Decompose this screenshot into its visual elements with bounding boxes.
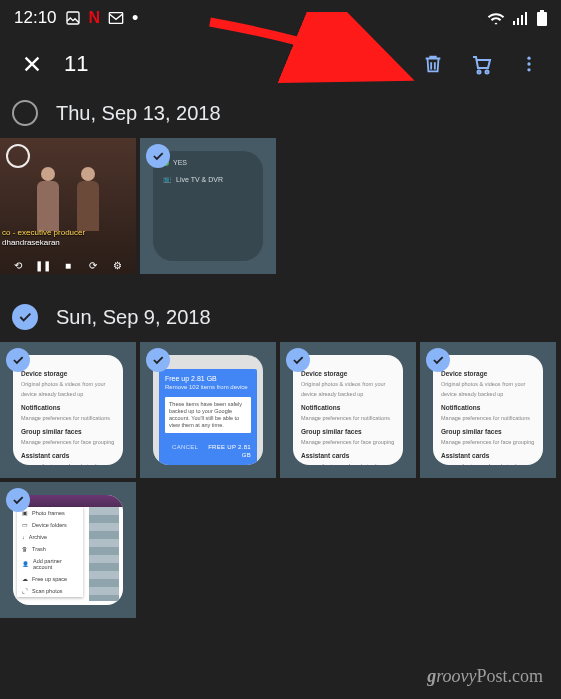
date-label-1: Thu, Sep 13, 2018 [56,102,221,125]
forward-icon: ⟳ [88,260,98,270]
battery-icon [537,10,547,26]
date-label-2: Sun, Sep 9, 2018 [56,306,211,329]
svg-rect-1 [109,13,122,24]
thumb-label: Live TV & DVR [176,176,223,183]
rewind-icon: ⟲ [13,260,23,270]
cart-button[interactable] [457,40,505,88]
netflix-icon: N [89,9,101,27]
image-icon [65,10,81,26]
grid-2: Device storageOriginal photos & videos f… [0,342,561,640]
thumb-check[interactable] [146,348,170,372]
svg-rect-2 [513,21,515,25]
thumb-check[interactable] [286,348,310,372]
svg-point-13 [527,57,530,60]
svg-point-9 [329,61,335,67]
more-dot-icon: • [132,8,138,29]
svg-rect-7 [537,12,547,26]
freeup-dialog: Free up 2.81 GB Remove 102 items from de… [159,369,257,465]
svg-point-11 [478,71,481,74]
thumb-label: YES [173,159,187,166]
pause-icon: ❚❚ [38,260,48,270]
signal-icon [513,11,529,25]
dialog-title: Free up 2.81 GB [165,375,251,383]
share-button[interactable] [313,40,361,88]
date-select-2[interactable] [12,304,38,330]
dialog-cancel: CANCEL [172,444,198,450]
tv-icon: 📺 [163,175,172,183]
add-button[interactable] [361,40,409,88]
dialog-subtitle: Remove 102 items from device [165,383,251,391]
svg-rect-3 [517,18,519,25]
video-caption-name: dhandrasekaran [2,238,60,247]
status-time: 12:10 [14,8,57,28]
status-right [487,10,547,26]
settings-preview: Device storageOriginal photos & videos f… [301,365,395,465]
gmail-icon [108,11,124,25]
video-controls: ⟲ ❚❚ ■ ⟳ ⚙ [0,260,136,270]
photo-thumb[interactable]: Device storageOriginal photos & videos f… [280,342,416,478]
date-select-1[interactable] [12,100,38,126]
selection-count: 11 [64,51,88,77]
watermark-text: roovy [436,666,476,686]
wifi-icon [487,11,505,25]
close-button[interactable] [8,40,56,88]
thumb-check[interactable] [6,144,30,168]
selection-toolbar: 11 [0,36,561,92]
settings-preview: Device storageOriginal photos & videos f… [441,365,535,465]
date-header-2[interactable]: Sun, Sep 9, 2018 [0,296,561,342]
settings-preview: Device storageOriginal photos & videos f… [21,365,115,465]
watermark: groovyPost.com [427,666,543,687]
dialog-body: These items have been safely backed up t… [165,397,251,433]
photo-thumb[interactable]: co - executive producer dhandrasekaran ⟲… [0,138,136,274]
thumb-check[interactable] [6,348,30,372]
svg-point-8 [340,55,346,61]
thumb-check[interactable] [146,144,170,168]
status-bar: 12:10 N • [0,0,561,36]
drawer-menu-preview: ▣Photo frames ▭Device folders ↓Archive 🗑… [17,507,83,597]
svg-point-14 [527,62,530,65]
photo-thumb[interactable]: Device storageOriginal photos & videos f… [420,342,556,478]
delete-button[interactable] [409,40,457,88]
photo-thumb[interactable]: Free up 2.81 GB Remove 102 items from de… [140,342,276,478]
svg-rect-0 [67,12,79,24]
date-header-1[interactable]: Thu, Sep 13, 2018 [0,92,561,138]
photo-thumb[interactable]: ▣Photo frames ▭Device folders ↓Archive 🗑… [0,482,136,618]
video-caption-role: co - executive producer [2,228,85,237]
photo-thumb[interactable]: Device storageOriginal photos & videos f… [0,342,136,478]
svg-point-12 [486,71,489,74]
grid-1: co - executive producer dhandrasekaran ⟲… [0,138,561,296]
stop-icon: ■ [63,260,73,270]
svg-rect-5 [525,12,527,25]
svg-rect-4 [521,15,523,25]
overflow-button[interactable] [505,40,553,88]
gear-icon: ⚙ [113,260,123,270]
svg-point-10 [340,68,346,74]
status-left: 12:10 N • [14,8,138,29]
thumb-check[interactable] [426,348,450,372]
svg-point-15 [527,68,530,71]
photo-thumb[interactable]: YES 📺Live TV & DVR [140,138,276,274]
dialog-confirm: FREE UP 2.81 GB [208,444,251,458]
thumb-check[interactable] [6,488,30,512]
svg-rect-6 [540,10,544,12]
